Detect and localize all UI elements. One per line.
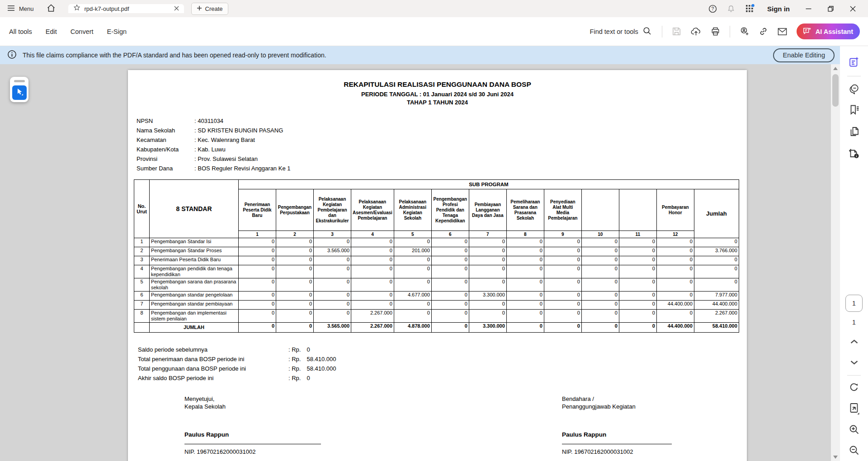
tab-close-icon[interactable] [174,5,179,13]
row-value: 0 [431,278,469,292]
create-button[interactable]: Create [191,3,228,15]
table-row: 6Pengembangan standar pengelolaan00004.6… [134,292,739,301]
bell-icon[interactable] [727,5,735,13]
row-value: 0 [239,301,276,310]
row-value: 0 [469,256,506,265]
right-sidebar: 1 1 [840,46,868,461]
scroll-up-icon[interactable] [831,64,840,72]
zoom-out-icon[interactable] [840,445,868,456]
row-value: 2.267.000 [351,310,394,323]
row-value: 0 [544,278,581,292]
rotate-view-icon[interactable] [840,381,868,393]
row-value: 0 [314,292,351,301]
info-value: : BOS Reguler Revisi Anggaran Ke 1 [194,164,290,173]
email-icon[interactable] [778,28,787,36]
summary-currency: : Rp. [288,373,301,383]
row-value: 0 [469,310,506,323]
star-icon[interactable] [73,4,80,13]
row-value: 0 [351,265,394,278]
school-info-row: Kabupaten/Kota: Kab. Luwu [137,145,747,154]
select-tool-button[interactable] [12,85,27,100]
document-tab[interactable]: rpd-k7-output.pdf [68,4,184,13]
report-phase: TAHAP 1 TAHUN 2024 [128,99,747,106]
row-value: 0 [239,256,276,265]
print-icon[interactable] [711,27,720,36]
row-value: 0 [276,265,314,278]
sub-program-name: Penerimaan Peserta Didik Baru [239,189,276,231]
toolbar-menu-all-tools[interactable]: All tools [9,28,32,35]
row-value: 0 [619,238,656,247]
page-number-input[interactable]: 1 [845,295,863,312]
row-value: 0 [619,301,656,310]
signature-right: Bendahara / Penanggungjawab Kegiatan Pau… [562,395,672,455]
summary-row: Saldo periode sebelumnya: Rp.0 [138,345,747,354]
row-value: 0 [544,292,581,301]
bookmarks-icon[interactable] [840,104,868,116]
zoom-in-icon[interactable] [840,424,868,435]
row-value: 0 [544,310,581,323]
find-text-button[interactable]: Find text or tools [590,26,651,37]
row-value: 0 [239,247,276,256]
row-value: 0 [431,256,469,265]
save-icon[interactable] [672,27,681,36]
link-icon[interactable] [759,27,768,36]
row-number: 1 [134,238,150,247]
svg-text:?: ? [712,6,714,11]
minimize-button[interactable] [802,6,815,12]
total-value: 0 [239,323,276,333]
vertical-scrollbar[interactable] [831,64,840,461]
home-button[interactable] [40,4,62,14]
sub-program-name: Pengembangan Perpustakaan [276,189,314,231]
signature-role: Bendahara / [562,395,672,403]
signature-name: Paulus Rappun [562,431,672,438]
comments-icon[interactable] [840,83,868,95]
document-canvas: REKAPITULASI REALISASI PENGGUNAAN DANA B… [0,64,840,461]
signature-section: Menyetujui, Kepala Sekolah Paulus Rappun… [128,395,747,461]
sub-program-number: 7 [469,231,506,238]
menu-button[interactable]: Menu [0,5,40,13]
sign-in-button[interactable]: Sign in [767,5,790,13]
cloud-upload-icon[interactable] [691,27,701,36]
total-value: 0 [431,323,469,333]
panel-drag-handle[interactable] [14,80,25,82]
total-value: 0 [506,323,544,333]
sub-program-name: Pengembangan Profesi Pendidik dan Tenaga… [431,189,469,231]
row-jumlah: 7.977.000 [694,292,739,301]
row-value: 0 [394,278,431,292]
chevron-down-icon[interactable] [840,360,868,365]
report-period: PERIODE TANGGAL : 01 Januari 2024 s/d 30… [128,91,747,98]
toolbar-menu-e-sign[interactable]: E-Sign [107,28,127,35]
scroll-down-icon[interactable] [831,453,840,461]
restore-button[interactable] [825,6,837,12]
help-icon[interactable]: ? [708,5,717,13]
toolbar-divider [662,26,662,38]
floating-tool-panel [10,77,28,102]
table-row: 5Pengembangan sarana dan prasarana sekol… [134,278,739,292]
report-title: REKAPITULASI REALISASI PENGGUNAAN DANA B… [128,80,747,89]
apps-grid-icon[interactable] [745,4,755,14]
ai-summary-icon[interactable] [840,56,868,68]
page-thumbnails-icon[interactable] [840,126,868,137]
sub-program-name: Pelaksanaan Administrasi Kegiatan Sekola… [394,189,431,231]
row-value: 0 [431,301,469,310]
row-value: 0 [351,278,394,292]
request-signature-icon[interactable] [740,27,749,36]
sub-program-number: 10 [581,231,619,238]
chevron-up-icon[interactable] [840,339,868,344]
window-close-button[interactable] [847,6,859,12]
info-value: : 40311034 [194,116,223,126]
row-number: 7 [134,301,150,310]
toolbar-menu-convert[interactable]: Convert [71,28,94,35]
scrollbar-thumb[interactable] [832,74,839,107]
row-value: 0 [581,278,619,292]
row-value: 0 [469,278,506,292]
main-toolbar: All toolsEditConvertE-Sign Find text or … [0,17,868,46]
fit-page-icon[interactable] [840,402,868,415]
sub-program-number: 5 [394,231,431,238]
toolbar-menu-edit[interactable]: Edit [46,28,57,35]
enable-editing-button[interactable]: Enable Editing [773,48,835,62]
summary-value: 58.410.000 [307,364,336,373]
attachments-icon[interactable] [840,147,868,159]
ai-assistant-button[interactable]: AI Assistant [797,24,860,39]
row-value: 0 [394,310,431,323]
